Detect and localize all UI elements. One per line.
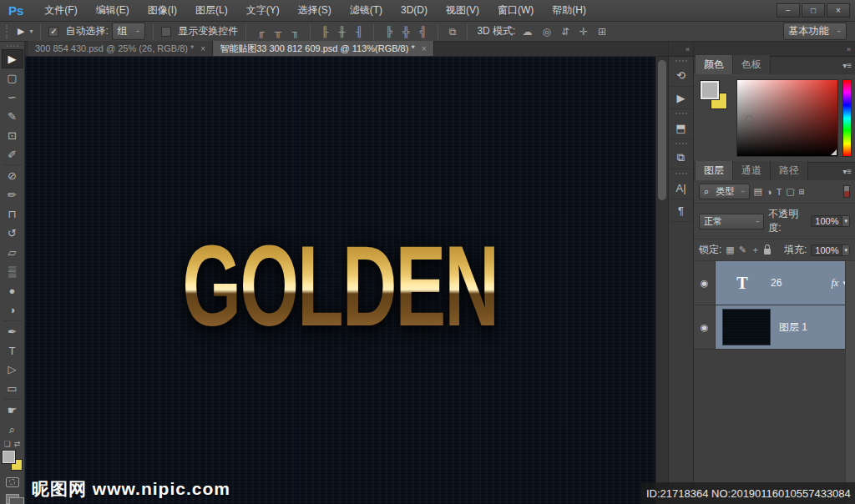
rectangular-marquee-tool[interactable]: ▢	[2, 68, 23, 88]
blur-tool[interactable]: ●	[2, 281, 23, 300]
paragraph-panel-button[interactable]: ¶	[670, 199, 693, 222]
clone-stamp-tool[interactable]: ⊓	[2, 204, 23, 224]
close-button[interactable]: ×	[827, 3, 850, 18]
crop-tool[interactable]: ⊡	[2, 126, 23, 145]
3d-drag-icon[interactable]: ⇵	[558, 26, 573, 38]
filter-shape-layers-icon[interactable]: ▢	[786, 186, 794, 197]
auto-select-dropdown[interactable]: 组 ÷	[112, 23, 145, 40]
filter-smart-objects-icon[interactable]: ⧈	[799, 186, 805, 197]
toolbar-grip[interactable]	[7, 45, 18, 47]
maximize-button[interactable]: □	[802, 3, 825, 18]
eyedropper-tool[interactable]: ✐	[2, 145, 23, 164]
panel-menu-icon[interactable]: ▾≡	[842, 61, 852, 70]
dock-grip[interactable]	[675, 173, 687, 174]
lock-position-icon[interactable]: ＋	[751, 244, 760, 256]
layer-comps-panel-button[interactable]: ⧉	[670, 147, 693, 169]
collapse-panels-icon[interactable]: »	[847, 45, 851, 53]
distribute-vertical-icon[interactable]: ╬	[399, 26, 413, 38]
scrollbar-thumb[interactable]	[658, 60, 666, 200]
layer-row-selected[interactable]: 图层 1	[716, 305, 855, 349]
menu-help[interactable]: 帮助(H)	[543, 0, 595, 21]
filter-adjustment-layers-icon[interactable]: ◑	[766, 187, 772, 197]
brush-tool[interactable]: ✏	[2, 185, 23, 204]
hand-tool[interactable]: ☛	[2, 401, 23, 420]
eraser-tool[interactable]: ▱	[2, 243, 23, 262]
panel-menu-icon[interactable]: ▾≡	[842, 167, 852, 176]
history-brush-tool[interactable]: ↺	[2, 224, 23, 243]
show-transform-checkbox[interactable]	[161, 27, 171, 37]
character-panel-button[interactable]: A|	[670, 177, 693, 199]
tab-channels[interactable]: 通道	[733, 161, 771, 180]
pen-tool[interactable]: ✒	[2, 322, 23, 341]
rectangle-tool[interactable]: ▭	[2, 379, 23, 398]
gradient-tool[interactable]: ▒	[2, 262, 23, 281]
menu-layer[interactable]: 图层(L)	[186, 0, 237, 21]
3d-panel-button[interactable]: ⬒	[670, 117, 693, 139]
align-right-edges-icon[interactable]: ╢	[352, 26, 367, 38]
color-cursor-icon[interactable]	[746, 115, 753, 123]
close-tab-icon[interactable]: ×	[422, 44, 427, 53]
collapse-dock-icon[interactable]: «	[686, 45, 690, 53]
layer-row-selected[interactable]: T 26 fx ▼	[716, 261, 855, 305]
filter-toggle-switch[interactable]	[843, 185, 850, 198]
fill-field[interactable]: 100% ▾	[811, 244, 850, 256]
align-top-edges-icon[interactable]: ╓	[254, 26, 268, 38]
foreground-color-swatch[interactable]	[3, 451, 15, 463]
tool-preset-arrow-icon[interactable]: ▾	[29, 28, 33, 35]
spot-healing-brush-tool[interactable]: ⊘	[2, 166, 23, 185]
filter-type-layers-icon[interactable]: T	[777, 187, 782, 197]
menu-filter[interactable]: 滤镜(T)	[341, 0, 392, 21]
default-colors-icon[interactable]: ❏	[4, 440, 11, 448]
document-tab-1[interactable]: 300 854 430.psd @ 25% (26, RGB/8) * ×	[28, 41, 213, 56]
tab-paths[interactable]: 路径	[771, 161, 808, 180]
3d-scale-icon[interactable]: ⊞	[594, 26, 610, 38]
tab-swatches[interactable]: 色板	[733, 55, 771, 74]
close-tab-icon[interactable]: ×	[200, 44, 205, 53]
layer-name[interactable]: 26	[771, 277, 782, 289]
align-vertical-centers-icon[interactable]: ╥	[271, 26, 286, 38]
foreground-color-swatch[interactable]	[701, 81, 719, 99]
filter-type-dropdown[interactable]: ⌕ 类型 ÷	[699, 184, 750, 199]
3d-roll-icon[interactable]: ◎	[539, 26, 554, 38]
distribute-bottom-icon[interactable]: ╣	[416, 26, 430, 38]
zoom-tool[interactable]: ⌕	[2, 420, 23, 439]
auto-select-checkbox[interactable]: ✓	[48, 27, 58, 37]
auto-align-icon[interactable]: ⧉	[446, 26, 460, 38]
layer-row-image[interactable]: ◉ 图层 1	[694, 305, 855, 350]
menu-file[interactable]: 文件(F)	[35, 0, 86, 21]
align-bottom-edges-icon[interactable]: ╖	[288, 26, 302, 38]
align-horizontal-centers-icon[interactable]: ╫	[335, 26, 349, 38]
menu-select[interactable]: 选择(S)	[289, 0, 341, 21]
history-panel-button[interactable]: ⟲	[670, 64, 693, 87]
dock-grip[interactable]	[675, 113, 687, 114]
menu-image[interactable]: 图像(I)	[139, 0, 186, 21]
saturation-brightness-field[interactable]	[736, 79, 838, 157]
dock-grip[interactable]	[675, 60, 687, 62]
stepper-arrow-icon[interactable]: ▾	[842, 245, 849, 255]
swap-colors-icon[interactable]: ⇄	[14, 440, 21, 448]
align-left-edges-icon[interactable]: ╟	[318, 26, 332, 38]
workspace-switcher[interactable]: 基本功能 ÷	[783, 23, 847, 40]
lock-transparency-icon[interactable]: ▦	[726, 244, 734, 255]
layer-name[interactable]: 图层 1	[779, 320, 807, 335]
tab-layers[interactable]: 图层	[696, 161, 733, 180]
menu-type[interactable]: 文字(Y)	[237, 0, 289, 21]
filter-pixel-layers-icon[interactable]: ▤	[754, 186, 762, 197]
dock-grip[interactable]	[675, 143, 687, 144]
menu-view[interactable]: 视图(V)	[437, 0, 488, 21]
distribute-top-icon[interactable]: ╠	[382, 26, 396, 38]
type-tool[interactable]: T	[2, 341, 23, 360]
menu-window[interactable]: 窗口(W)	[488, 0, 543, 21]
stepper-arrow-icon[interactable]: ▾	[842, 216, 849, 226]
layers-scrollbar[interactable]	[845, 261, 855, 504]
visibility-eye-icon[interactable]: ◉	[694, 261, 716, 305]
options-grip[interactable]	[6, 25, 10, 38]
minimize-button[interactable]: −	[777, 3, 800, 18]
quick-selection-tool[interactable]: ✎	[2, 107, 23, 126]
tab-color[interactable]: 颜色	[696, 55, 733, 74]
actions-panel-button[interactable]: ▶	[670, 87, 693, 109]
menu-edit[interactable]: 编辑(E)	[87, 0, 139, 21]
canvas[interactable]: GOLDEN 昵图网 www.nipic.com	[25, 57, 655, 504]
screen-mode-button[interactable]	[6, 494, 19, 504]
hue-slider[interactable]	[842, 79, 852, 157]
